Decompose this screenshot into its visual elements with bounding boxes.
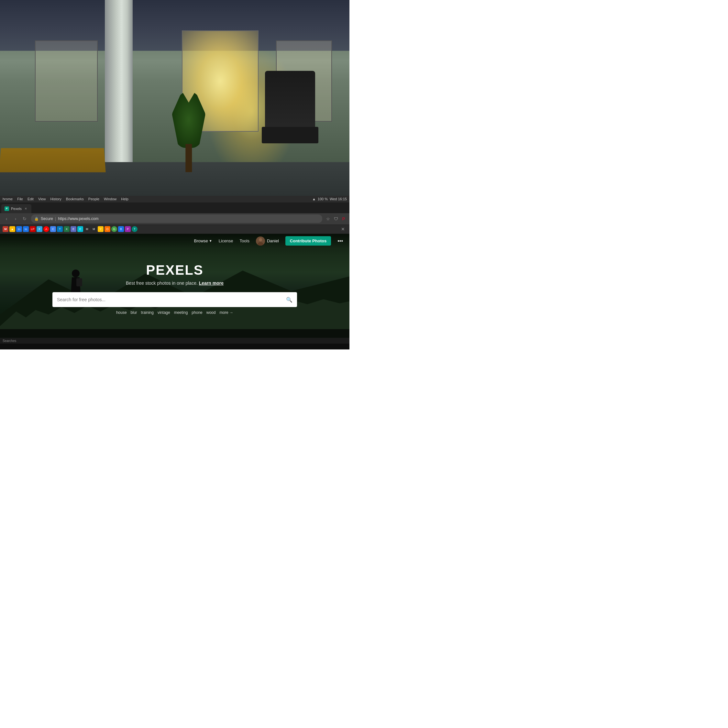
toolbar-icons: ☆ 🛡 P: [325, 216, 347, 222]
calendar-icon[interactable]: 31: [16, 226, 22, 232]
secure-icon: 🔒: [34, 217, 39, 221]
gmail-icon[interactable]: M: [3, 226, 8, 232]
tab-close-button[interactable]: ✕: [24, 206, 28, 211]
search-input[interactable]: [57, 297, 283, 302]
office-chair: [258, 71, 321, 182]
ext-icon3[interactable]: E: [77, 226, 83, 232]
user-avatar: [256, 237, 265, 246]
medium-icon[interactable]: M: [84, 226, 90, 232]
menu-history[interactable]: History: [50, 197, 61, 201]
ext-green[interactable]: G: [111, 226, 117, 232]
calendar2-icon[interactable]: 31: [23, 226, 29, 232]
pexels-nav: Browse ▼ License Tools Dani: [0, 234, 349, 248]
monitor-bezel: hrome File Edit View History Bookmarks P…: [0, 196, 349, 349]
chrome-ext1[interactable]: C: [50, 226, 56, 232]
forward-button[interactable]: ›: [12, 215, 20, 223]
menu-chrome[interactable]: hrome: [3, 197, 12, 201]
bookmark-star-icon[interactable]: ☆: [325, 216, 331, 222]
nav-buttons: ‹ › ↻: [3, 215, 29, 223]
plant-stem: [185, 144, 191, 173]
suggestion-vintage[interactable]: vintage: [158, 310, 170, 315]
wifi-icon: ▲: [312, 197, 316, 201]
menu-file[interactable]: File: [17, 197, 23, 201]
learn-more-link[interactable]: Learn more: [199, 280, 223, 286]
tab-bar: P Pexels ✕: [0, 203, 349, 213]
menu-bar-right: ▲ 100 % Wed 16:15: [312, 197, 347, 201]
suggestion-wood[interactable]: wood: [206, 310, 216, 315]
menu-help[interactable]: Help: [121, 197, 128, 201]
office-background: [0, 0, 349, 203]
pexels-website: Browse ▼ License Tools Dani: [0, 234, 349, 344]
svg-point-9: [259, 238, 262, 242]
office-plant: [168, 91, 210, 173]
hero-title: PEXELS: [52, 262, 297, 278]
ext-purple[interactable]: P: [125, 226, 131, 232]
battery-percent: 100 %: [318, 197, 328, 201]
suggestion-meeting[interactable]: meeting: [174, 310, 188, 315]
ext-orange[interactable]: O: [104, 226, 110, 232]
browser-chrome: hrome File Edit View History Bookmarks P…: [0, 196, 349, 234]
telegram-icon[interactable]: ✈: [37, 226, 42, 232]
adobe-icon[interactable]: A: [43, 226, 49, 232]
office-table: [0, 148, 106, 173]
tab-favicon: P: [5, 206, 9, 211]
taskbar-icons: M ▲ 31 31 LP ✈ A C T X E E M M Y O G: [3, 226, 138, 232]
url-separator: |: [55, 216, 56, 221]
tab-close-x[interactable]: ✕: [339, 225, 347, 233]
menu-view[interactable]: View: [38, 197, 46, 201]
back-button[interactable]: ‹: [3, 215, 10, 223]
menu-window[interactable]: Window: [104, 197, 116, 201]
status-text: Searches: [3, 339, 16, 343]
excel-icon[interactable]: X: [64, 226, 70, 232]
browser-tab-pexels[interactable]: P Pexels ✕: [1, 204, 31, 213]
suggestion-training[interactable]: training: [141, 310, 154, 315]
contribute-photos-button[interactable]: Contribute Photos: [285, 236, 331, 246]
status-bar: Searches: [0, 338, 349, 344]
ext-teal[interactable]: T: [132, 226, 138, 232]
monitor-screen: hrome File Edit View History Bookmarks P…: [0, 196, 349, 344]
office-window-left: [35, 40, 98, 122]
pinterest-icon[interactable]: P: [340, 216, 347, 222]
ext-yellow[interactable]: Y: [98, 226, 104, 232]
shields-icon[interactable]: 🛡: [333, 216, 339, 222]
url-text: https://www.pexels.com: [58, 216, 98, 221]
more-suggestions-link[interactable]: more →: [219, 310, 233, 315]
menu-bookmarks[interactable]: Bookmarks: [66, 197, 84, 201]
suggestion-house[interactable]: house: [116, 310, 127, 315]
medium2-icon[interactable]: M: [91, 226, 97, 232]
refresh-button[interactable]: ↻: [21, 215, 29, 223]
ext-icon2[interactable]: E: [70, 226, 76, 232]
search-box[interactable]: 🔍: [52, 292, 297, 307]
nav-browse[interactable]: Browse ▼: [194, 239, 212, 243]
hero-subtitle: Best free stock photos in one place. Lea…: [52, 280, 297, 286]
nav-license[interactable]: License: [219, 239, 233, 243]
pexels-hero: Browse ▼ License Tools Dani: [0, 234, 349, 344]
menu-bar: hrome File Edit View History Bookmarks P…: [0, 196, 349, 203]
hero-content: PEXELS Best free stock photos in one pla…: [52, 262, 297, 315]
more-options-icon[interactable]: •••: [338, 238, 343, 244]
nav-tools[interactable]: Tools: [240, 239, 249, 243]
chair-seat: [262, 127, 318, 144]
suggestion-blur[interactable]: blur: [131, 310, 137, 315]
trello-icon[interactable]: T: [57, 226, 63, 232]
tab-title: Pexels: [11, 207, 22, 211]
address-bar: ‹ › ↻ 🔒 Secure | https://www.pexels.com …: [0, 213, 349, 225]
drive-icon[interactable]: ▲: [9, 226, 15, 232]
plant-leaves: [172, 91, 205, 148]
search-suggestions: house blur training vintage meeting phon…: [52, 310, 297, 315]
ext-blue2[interactable]: B: [118, 226, 124, 232]
lastpass-icon[interactable]: LP: [30, 226, 35, 232]
clock: Wed 16:15: [330, 197, 347, 201]
nav-user[interactable]: Daniel: [256, 237, 279, 246]
url-protocol: Secure: [41, 216, 53, 221]
suggestion-phone[interactable]: phone: [191, 310, 202, 315]
extensions-bar: M ▲ 31 31 LP ✈ A C T X E E M M Y O G: [0, 225, 349, 234]
menu-edit[interactable]: Edit: [28, 197, 34, 201]
menu-people[interactable]: People: [88, 197, 99, 201]
search-icon: 🔍: [286, 297, 292, 303]
url-bar[interactable]: 🔒 Secure | https://www.pexels.com: [31, 214, 322, 223]
